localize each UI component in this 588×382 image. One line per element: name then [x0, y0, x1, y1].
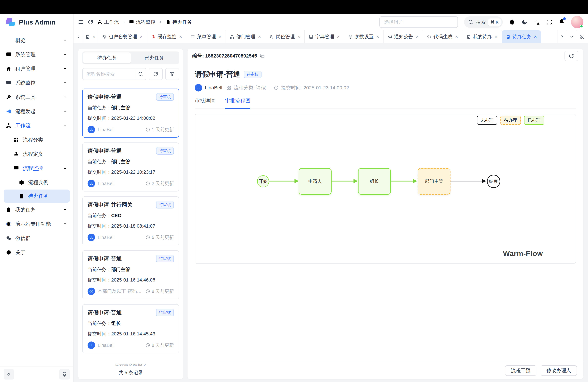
task-title: 请假申请-普通	[87, 93, 122, 101]
sidebar-item-workflow[interactable]: 工作流	[0, 118, 73, 133]
close-icon[interactable]: ×	[455, 34, 458, 39]
clipboard-icon	[166, 20, 170, 24]
breadcrumb-process-monitor[interactable]: 流程监控	[129, 19, 155, 25]
tabs-scroll-right-button[interactable]	[557, 30, 567, 43]
tab-label: 通知公告	[394, 34, 413, 40]
tab-notice[interactable]: 通知公告 ×	[383, 30, 423, 43]
task-card[interactable]: 请假申请-并行网关 待审核 当前任务：CEO 提交时间：2025-01-18 0…	[82, 196, 179, 245]
reset-button[interactable]	[149, 68, 163, 80]
sidebar-item-todo-tasks[interactable]: 待办任务	[4, 190, 70, 203]
breadcrumb-todo-tasks[interactable]: 待办任务	[166, 19, 192, 25]
language-icon[interactable]	[534, 19, 540, 25]
sidebar-item-flow-start[interactable]: 流程发起	[0, 104, 73, 118]
tab-menu-mgmt[interactable]: 菜单管理 ×	[186, 30, 226, 43]
refresh-detail-button[interactable]	[565, 51, 578, 61]
tab-code-gen[interactable]: 代码生成 ×	[423, 30, 462, 43]
dark-mode-moon-icon[interactable]	[521, 19, 527, 25]
refresh-page-button[interactable]	[88, 20, 93, 25]
task-card[interactable]: 请假申请-普通 待审核 当前任务：部门主管 提交时间：2025-01-22 10…	[82, 143, 179, 191]
sidebar-item-label: 租户管理	[15, 65, 59, 72]
tab-my-todo[interactable]: 我的待办 ×	[462, 30, 502, 43]
time-value: 2025-01-18 08:41:07	[111, 223, 155, 229]
close-icon[interactable]: ×	[93, 34, 95, 39]
tenant-select-input[interactable]	[379, 16, 458, 28]
chevron-down-icon	[63, 38, 67, 42]
updated-text: 8 天前更新	[152, 288, 174, 295]
search-button[interactable]	[135, 68, 146, 80]
flow-node-applicant: 申请人	[299, 168, 332, 195]
tab-approval-flowchart[interactable]: 审批流程图	[225, 97, 250, 108]
sidebar-item-tenant-mgmt[interactable]: 租户管理	[0, 62, 73, 76]
tab-dict-mgmt[interactable]: 字典管理 ×	[305, 30, 344, 43]
sidebar-item-process-monitor[interactable]: 流程监控	[0, 161, 73, 175]
task-card[interactable]: 请假申请-普通 待审核 当前任务：部门主管 提交时间：2025-01-23 14…	[82, 88, 179, 138]
tab-approval-detail[interactable]: 审批详情	[195, 97, 215, 108]
copy-icon	[260, 53, 265, 58]
pin-sidebar-button[interactable]	[59, 369, 70, 380]
chevron-right-icon	[560, 35, 565, 39]
refresh-icon	[569, 53, 574, 59]
change-assignee-button[interactable]: 修改办理人	[541, 365, 577, 376]
tabs-more-button[interactable]	[567, 30, 576, 43]
settings-gear-icon[interactable]	[509, 19, 515, 25]
sidebar-item-my-tasks[interactable]: 我的任务	[0, 203, 73, 217]
page-tabbar: × 租户套餐管理 × 缓存监控 × 菜单管理 × 部门管理 ×	[74, 30, 588, 43]
sidebar-item-demo-features[interactable]: 演示站专用功能	[0, 217, 73, 231]
sidebar-item-wechat-group[interactable]: 微信群	[0, 231, 73, 245]
tab-dept-mgmt[interactable]: 部门管理 ×	[226, 30, 265, 43]
segment-done-tasks[interactable]: 已办任务	[131, 52, 178, 63]
flow-name-search-input[interactable]	[82, 68, 135, 80]
updated-text: 8 天前更新	[152, 342, 174, 348]
sidebar-item-label: 流程分类	[23, 136, 67, 143]
wechat-icon	[6, 235, 11, 241]
tabs-scroll-left-button[interactable]	[74, 30, 83, 43]
close-icon[interactable]: ×	[179, 34, 182, 39]
close-icon[interactable]: ×	[337, 34, 339, 39]
fullscreen-icon[interactable]	[546, 19, 552, 25]
sidebar-item-system-tools[interactable]: 系统工具	[0, 90, 73, 104]
tab-partial[interactable]: ×	[83, 30, 98, 43]
sidebar-item-overview[interactable]: 概览	[0, 33, 73, 47]
sidebar-item-about[interactable]: 关于	[0, 245, 73, 259]
sidebar-item-process-category[interactable]: 流程分类	[0, 133, 73, 147]
tab-tenant-package[interactable]: 租户套餐管理 ×	[98, 30, 147, 43]
collapse-sidebar-button[interactable]	[4, 369, 14, 380]
content-fullscreen-button[interactable]	[576, 30, 588, 43]
close-icon[interactable]: ×	[298, 34, 300, 39]
filter-button[interactable]	[165, 68, 179, 80]
process-meta: LL LinaBell 流程分类: 请假 提交时间: 2025-01-23 14…	[195, 84, 576, 91]
close-icon[interactable]: ×	[219, 34, 221, 39]
legend-not-handled: 未办理	[477, 116, 497, 125]
app-logo[interactable]: Plus Admin	[0, 14, 73, 31]
flowchart-canvas[interactable]: 未办理 待办理 已办理 开始 申请人 组长 部门主管 结束 Warm-Flow	[195, 114, 576, 264]
breadcrumb-workflow[interactable]: 工作流	[97, 19, 119, 25]
task-card[interactable]: 请假申请-普通 待审核 当前任务：部门主管 提交时间：2025-01-16 14…	[82, 250, 179, 299]
close-icon[interactable]: ×	[495, 34, 497, 39]
close-icon[interactable]: ×	[258, 34, 261, 39]
sidebar-item-process-definition[interactable]: 流程定义	[0, 147, 73, 161]
close-icon[interactable]: ×	[377, 34, 379, 39]
close-icon[interactable]: ×	[534, 34, 537, 39]
user-avatar[interactable]	[571, 16, 583, 28]
sidebar-item-process-instance[interactable]: 流程实例	[0, 175, 73, 190]
initiator-name: LinaBell	[98, 343, 114, 348]
close-icon[interactable]: ×	[140, 34, 142, 39]
tab-todo-tasks[interactable]: 待办任务 ×	[502, 30, 541, 43]
notifications-button[interactable]	[559, 19, 565, 25]
sidebar-item-system-monitor[interactable]: 系统监控	[0, 76, 73, 90]
task-card[interactable]: 请假申请-普通 待审核 当前任务：组长 提交时间：2025-01-16 14:4…	[82, 304, 179, 353]
toggle-sidebar-button[interactable]	[78, 19, 84, 25]
global-search-button[interactable]: 搜索 ⌘ K	[464, 16, 503, 28]
tab-cache-monitor[interactable]: 缓存监控 ×	[147, 30, 186, 43]
tab-param-settings[interactable]: 参数设置 ×	[344, 30, 383, 43]
sidebar-item-system-mgmt[interactable]: 系统管理	[0, 47, 73, 62]
code-label: 编号:	[192, 53, 204, 59]
tab-post-mgmt[interactable]: 岗位管理 ×	[265, 30, 305, 43]
refresh-icon	[153, 72, 158, 76]
close-icon[interactable]: ×	[416, 34, 419, 39]
copy-code-button[interactable]	[260, 53, 265, 58]
updated-text: 2 天前更新	[152, 180, 174, 187]
process-intervene-button[interactable]: 流程干预	[505, 365, 536, 376]
flow-legend: 未办理 待办理 已办理	[477, 116, 544, 125]
segment-todo-tasks[interactable]: 待办任务	[83, 52, 131, 63]
